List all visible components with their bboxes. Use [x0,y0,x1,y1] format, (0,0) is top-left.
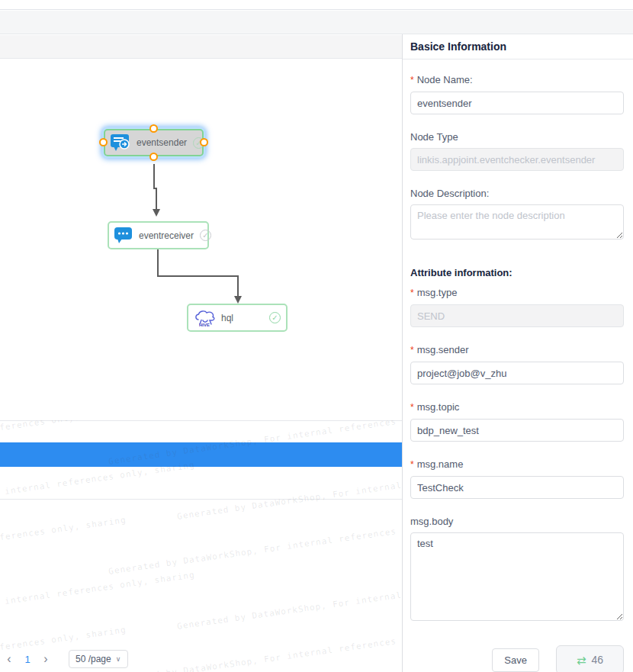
node-hql[interactable]: HIVE hql ✓ [187,304,288,332]
pagination: ‹ 1 › 50 /page ∨ [0,648,402,670]
properties-panel: Basice Information *Node Name: Node Type… [402,34,633,672]
node-name-label: *Node Name: [410,74,624,86]
node-description-textarea[interactable] [410,204,624,240]
msg-body-label: msg.body [410,516,624,527]
watermark-text: Generated by DataWorkShop, For internal … [176,460,402,522]
watermark-text: Generated by DataWorkShop, For internal … [108,515,402,577]
arrowhead [234,296,242,304]
edge-receiver-hql [158,249,238,296]
required-asterisk: * [410,288,414,298]
node-label: eventsender [137,137,187,148]
section-divider [0,499,402,500]
page-size-value: 50 /page [76,654,111,664]
check-icon: ✓ [200,230,211,241]
node-name-input[interactable] [410,92,624,114]
canvas-toolbar [0,35,402,59]
node-label: eventreceiver [139,230,194,241]
page-size-select[interactable]: 50 /page ∨ [69,650,128,668]
port-right[interactable] [200,138,208,146]
node-description-label: Node Description: [410,188,624,199]
history-count: 46 [592,654,604,666]
msg-name-label: *msg.name [410,458,624,471]
prev-page-button[interactable]: ‹ [0,650,18,668]
history-button[interactable]: ⇄ 46 [556,645,624,672]
section-divider [0,420,402,421]
workflow-canvas[interactable]: eventsender ✓ eventreceiver ✓ HIVE [0,59,402,420]
arrowhead [153,209,160,217]
node-eventsender[interactable]: eventsender ✓ [104,129,204,156]
next-page-button[interactable]: › [37,650,55,668]
watermark-text: Generated by DataWorkShop, For internal … [0,570,195,632]
port-left[interactable] [99,138,108,146]
required-asterisk: * [410,75,414,85]
hive-icon: HIVE [194,308,215,327]
msg-sender-label: *msg.sender [410,344,624,356]
node-type-label: Node Type [410,131,624,143]
save-button[interactable]: Save [492,648,539,672]
top-bar [0,0,633,10]
msg-type-input [410,304,624,327]
node-label: hql [221,313,233,323]
required-asterisk: * [410,345,414,355]
required-asterisk: * [410,459,414,470]
workflow-editor: eventsender ✓ eventreceiver ✓ HIVE [0,0,633,672]
port-bottom[interactable] [149,153,158,161]
msg-name-input[interactable] [410,476,624,499]
message-send-icon [111,134,130,151]
msg-topic-input[interactable] [410,419,624,442]
selected-row-bar[interactable] [0,442,402,467]
edge-sender-receiver [154,164,156,209]
attribute-information-title: Attribute information: [410,267,624,279]
msg-sender-input[interactable] [410,362,624,384]
check-icon: ✓ [269,312,281,323]
msg-body-textarea[interactable]: test [410,532,624,621]
watermark-text: Generated by DataWorkShop, For internal … [0,515,127,577]
swap-icon: ⇄ [577,654,586,666]
menu-bar [0,11,633,34]
msg-type-label: *msg.type [410,287,624,299]
page-number[interactable]: 1 [18,654,37,665]
required-asterisk: * [410,402,414,413]
svg-text:HIVE: HIVE [199,323,210,327]
panel-content: *Node Name: Node Type Node Description: … [403,74,633,672]
watermark-text: Generated by DataWorkShop, For internal … [0,460,195,522]
port-top[interactable] [149,124,158,133]
node-type-input [410,148,624,171]
panel-title: Basice Information [403,34,633,59]
msg-topic-label: *msg.topic [410,401,624,413]
chevron-down-icon: ∨ [116,655,121,663]
message-receive-icon [114,227,133,243]
node-eventreceiver[interactable]: eventreceiver ✓ [108,221,209,249]
watermark-text: Generated by DataWorkShop, For internal … [176,570,402,632]
button-row: Save ⇄ 46 [410,645,624,672]
